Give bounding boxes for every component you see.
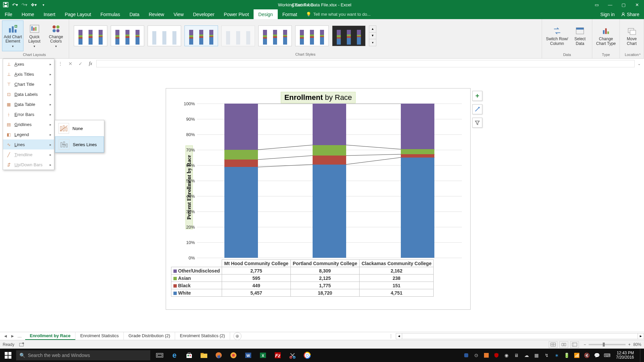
chart-styles-button[interactable] — [472, 104, 482, 114]
tab-home[interactable]: Home — [17, 9, 39, 19]
select-data-button[interactable]: Select Data — [570, 20, 590, 51]
sheet-tab[interactable]: Grade Distribution (2) — [124, 332, 175, 340]
collapse-ribbon-icon[interactable]: ⌃ — [638, 53, 641, 57]
chart-style-4[interactable] — [184, 25, 218, 46]
tab-split-handle-icon[interactable]: ⋮ — [386, 334, 396, 339]
tray-onedrive-icon[interactable]: ☁ — [524, 352, 530, 358]
tab-insert[interactable]: Insert — [39, 9, 60, 19]
expand-formula-bar-icon[interactable]: ⌄ — [636, 62, 642, 66]
tab-power-pivot[interactable]: Power Pivot — [219, 9, 254, 19]
file-explorer-icon[interactable] — [197, 349, 211, 362]
tab-formulas[interactable]: Formulas — [96, 9, 125, 19]
menu-item-legend[interactable]: ◧Legend▸ — [3, 129, 54, 139]
save-icon[interactable] — [2, 1, 9, 8]
menu-item-data-labels[interactable]: ⊡Data Labels▸ — [3, 89, 54, 99]
snipping-tool-icon[interactable] — [286, 349, 299, 362]
fx-icon[interactable]: fx — [86, 60, 95, 67]
chart-elements-button[interactable]: + — [472, 91, 482, 101]
add-chart-element-button[interactable]: Add Chart Element ▼ — [2, 20, 23, 51]
page-break-view-button[interactable] — [570, 341, 579, 348]
tray-app4-icon[interactable]: ▦ — [534, 352, 540, 358]
qat-customize-icon[interactable]: ▾ — [40, 1, 47, 8]
tab-format[interactable]: Format — [278, 9, 302, 19]
tray-app5-icon[interactable]: ↯ — [544, 352, 550, 358]
start-button[interactable] — [0, 349, 16, 362]
macro-record-icon[interactable] — [19, 342, 24, 347]
segment-otherundisclosed[interactable] — [224, 104, 258, 150]
show-desktop-button[interactable] — [640, 349, 642, 362]
tray-monitor-icon[interactable]: 🖥 — [514, 352, 520, 358]
store-icon[interactable] — [182, 349, 196, 362]
chart-title[interactable]: Enrollment by Race — [281, 92, 356, 103]
chart-style-7[interactable] — [295, 25, 329, 46]
change-colors-button[interactable]: Change Colors ▼ — [45, 20, 67, 51]
y-axis-title[interactable]: Percent Enrollment by Race — [185, 145, 193, 229]
sheet-nav-prev-icon[interactable]: ◄ — [3, 334, 8, 339]
scroll-left-icon[interactable]: ◄ — [396, 334, 402, 339]
word-icon[interactable]: W — [241, 349, 255, 362]
segment-otherundisclosed[interactable] — [313, 104, 346, 145]
cortana-search[interactable]: 🔍Search the web and Windows — [16, 350, 150, 360]
menu-item-lines[interactable]: ∿Lines▸ — [3, 139, 54, 149]
cancel-formula-icon[interactable]: ✕ — [66, 60, 75, 67]
sheet-tab[interactable]: Enrolment Statistics — [75, 332, 124, 340]
tray-app2-icon[interactable]: ⊙ — [473, 352, 479, 358]
zoom-slider[interactable] — [589, 344, 626, 345]
undo-icon[interactable]: ↶▾ — [11, 1, 19, 8]
segment-otherundisclosed[interactable] — [401, 104, 434, 149]
tell-me-search[interactable]: 💡Tell me what you want to do... — [302, 9, 375, 19]
sheet-nav-next-icon[interactable]: ► — [10, 334, 15, 339]
segment-white[interactable] — [224, 167, 258, 258]
chrome-icon[interactable] — [301, 349, 314, 362]
menu-item-axis-titles[interactable]: ⊥Axis Titles▸ — [3, 69, 54, 79]
tab-view[interactable]: View — [169, 9, 188, 19]
zoom-level[interactable]: 80% — [633, 342, 641, 347]
zoom-out-button[interactable]: − — [584, 342, 586, 347]
tab-review[interactable]: Review — [144, 9, 169, 19]
tray-bluetooth-icon[interactable]: ∗ — [554, 352, 560, 358]
sheet-tab[interactable]: Enrollment by Race — [25, 332, 75, 340]
tray-shield-icon[interactable] — [493, 352, 499, 358]
touch-mode-icon[interactable]: ✥▾ — [30, 1, 38, 8]
page-layout-view-button[interactable] — [559, 341, 568, 348]
snagit-icon[interactable] — [227, 349, 240, 362]
tray-action-center-icon[interactable]: 💬 — [594, 352, 600, 358]
zoom-in-button[interactable]: + — [628, 342, 631, 347]
menu-item-error-bars[interactable]: ⟊Error Bars▸ — [3, 109, 54, 119]
tray-record-icon[interactable]: ◉ — [503, 352, 509, 358]
change-chart-type-button[interactable]: Change Chart Type — [594, 20, 618, 51]
segment-black[interactable] — [401, 154, 434, 158]
new-sheet-button[interactable]: ⊕ — [233, 332, 241, 340]
segment-asian[interactable] — [313, 145, 346, 156]
segment-black[interactable] — [313, 156, 346, 164]
scroll-right-icon[interactable]: ► — [638, 334, 644, 339]
bar-2[interactable] — [401, 104, 434, 258]
sign-in-link[interactable]: Sign in — [600, 12, 615, 17]
tab-file[interactable]: File — [0, 9, 17, 19]
minimize-icon[interactable]: — — [604, 0, 616, 9]
move-chart-button[interactable]: Move Chart — [622, 20, 642, 51]
tab-design[interactable]: Design — [254, 9, 278, 19]
tray-volume-icon[interactable]: 🔇 — [584, 352, 590, 358]
task-view-icon[interactable] — [153, 349, 166, 362]
segment-asian[interactable] — [401, 149, 434, 154]
tray-wifi-icon[interactable]: 📶 — [574, 352, 580, 358]
formula-bar-menu-icon[interactable]: ⋮ — [56, 60, 65, 67]
maximize-icon[interactable]: ▢ — [617, 0, 630, 9]
redo-icon[interactable]: ↷▾ — [21, 1, 28, 8]
segment-asian[interactable] — [224, 150, 258, 160]
chart-style-6[interactable] — [258, 25, 292, 46]
chart-style-5[interactable] — [221, 25, 255, 46]
chart-object[interactable]: Enrollment by Race Percent Enrollment by… — [166, 88, 471, 310]
normal-view-button[interactable] — [549, 341, 557, 348]
tab-page-layout[interactable]: Page Layout — [60, 9, 96, 19]
menu-item-axes[interactable]: ⊥Axes▸ — [3, 59, 54, 69]
bar-1[interactable] — [313, 104, 346, 258]
menu-item-gridlines[interactable]: ▤Gridlines▸ — [3, 119, 54, 129]
ribbon-display-options-icon[interactable]: ▭ — [590, 0, 603, 9]
bar-0[interactable] — [224, 104, 258, 258]
share-button[interactable]: Share — [621, 12, 639, 17]
chart-style-1[interactable] — [74, 25, 107, 46]
chart-styles-more[interactable]: ▲▼▾ — [369, 25, 376, 46]
chart-style-2[interactable] — [111, 25, 144, 46]
